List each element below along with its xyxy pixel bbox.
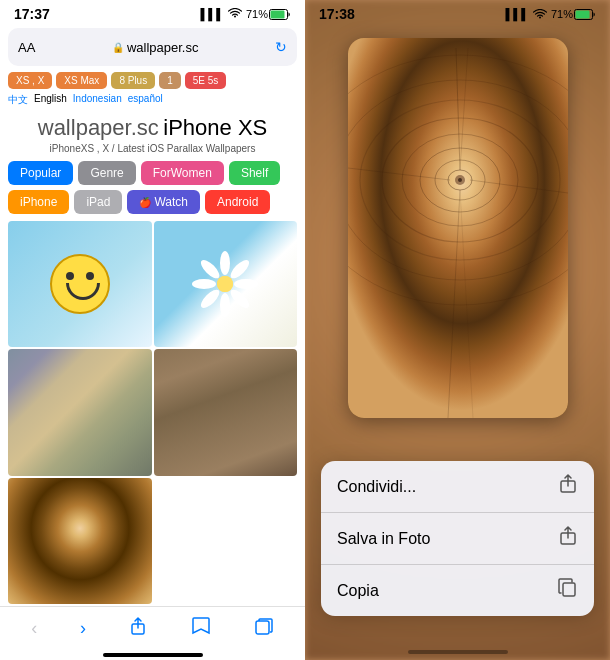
- apple-watch-icon: 🍎: [139, 197, 151, 208]
- status-bar-left: 17:37 ▌▌▌ 71%: [0, 0, 305, 28]
- battery-right-icon: 71%: [551, 8, 596, 20]
- back-button[interactable]: ‹: [31, 618, 37, 639]
- copy-action-item[interactable]: Copia: [321, 565, 594, 616]
- wifi-right-icon: [533, 9, 547, 20]
- wallpaper-wood[interactable]: [8, 478, 152, 604]
- home-indicator-right: [408, 650, 508, 654]
- wood-rings-svg: [348, 38, 568, 418]
- wallpaper-fabric[interactable]: [8, 349, 152, 475]
- battery-icon: 71%: [246, 8, 291, 20]
- genre-button[interactable]: Genre: [78, 161, 135, 185]
- svg-rect-1: [271, 10, 285, 18]
- svg-point-6: [228, 287, 252, 311]
- wallpaper-daisy[interactable]: [154, 221, 298, 347]
- svg-point-5: [234, 279, 258, 289]
- action-sheet: Condividi... Salva in Foto Copia: [321, 461, 594, 616]
- share-button[interactable]: [128, 616, 148, 641]
- svg-point-3: [220, 251, 230, 275]
- left-panel: 17:37 ▌▌▌ 71% AA: [0, 0, 305, 660]
- svg-rect-13: [256, 621, 269, 634]
- lang-row: 中文 English Indonesian español: [0, 91, 305, 109]
- tab-8-plus[interactable]: 8 Plus: [111, 72, 155, 89]
- time-left: 17:37: [14, 6, 50, 22]
- status-icons-right: ▌▌▌ 71%: [506, 8, 596, 20]
- lang-spanish[interactable]: español: [128, 93, 163, 107]
- lang-english[interactable]: English: [34, 93, 67, 107]
- signal-icon: ▌▌▌: [201, 8, 224, 20]
- share-action-label: Condividi...: [337, 478, 416, 496]
- wallpaper-smiley[interactable]: [8, 221, 152, 347]
- aa-button[interactable]: AA: [18, 40, 35, 55]
- daisy-svg: [190, 249, 260, 319]
- svg-point-10: [198, 257, 222, 281]
- wifi-icon: [228, 8, 242, 21]
- tab-xs-max[interactable]: XS Max: [56, 72, 107, 89]
- save-photo-action-item[interactable]: Salva in Foto: [321, 513, 594, 565]
- lang-chinese[interactable]: 中文: [8, 93, 28, 107]
- browser-nav: ‹ ›: [0, 606, 305, 650]
- site-header: wallpaper.sc iPhone XS iPhoneXS , X / La…: [0, 109, 305, 156]
- copy-action-label: Copia: [337, 582, 379, 600]
- svg-rect-35: [563, 583, 575, 596]
- tab-5e[interactable]: 5E 5s: [185, 72, 227, 89]
- device-tabs: XS , X XS Max 8 Plus 1 5E 5s: [0, 70, 305, 91]
- home-indicator-left: [103, 653, 203, 657]
- save-photo-action-label: Salva in Foto: [337, 530, 430, 548]
- tabs-button[interactable]: [254, 616, 274, 641]
- nav-buttons: Popular Genre ForWomen Shelf iPhone iPad…: [0, 156, 305, 219]
- wood-rings: [348, 38, 568, 418]
- copy-action-icon: [558, 578, 578, 603]
- site-subtitle: iPhoneXS , X / Latest iOS Parallax Wallp…: [0, 143, 305, 154]
- ipad-button[interactable]: iPad: [74, 190, 122, 214]
- share-action-icon: [558, 474, 578, 499]
- popular-button[interactable]: Popular: [8, 161, 73, 185]
- lock-icon: 🔒: [112, 42, 124, 53]
- signal-right-icon: ▌▌▌: [506, 8, 529, 20]
- svg-point-7: [220, 293, 230, 317]
- svg-point-9: [192, 279, 216, 289]
- share-action-item[interactable]: Condividi...: [321, 461, 594, 513]
- lang-indonesian[interactable]: Indonesian: [73, 93, 122, 107]
- shelf-button[interactable]: Shelf: [229, 161, 280, 185]
- site-model: iPhone XS: [163, 115, 267, 140]
- site-title: wallpaper.sc: [38, 115, 159, 140]
- wallpaper-grid: [0, 219, 305, 606]
- browser-bar[interactable]: AA 🔒 wallpaper.sc ↻: [8, 28, 297, 66]
- right-panel: 17:38 ▌▌▌ 71%: [305, 0, 610, 660]
- svg-point-8: [198, 287, 222, 311]
- svg-point-32: [458, 178, 462, 182]
- android-button[interactable]: Android: [205, 190, 270, 214]
- watch-button[interactable]: 🍎 Watch: [127, 190, 200, 214]
- wallpaper-bark[interactable]: [154, 349, 298, 475]
- forwomen-button[interactable]: ForWomen: [141, 161, 224, 185]
- svg-rect-15: [576, 10, 590, 18]
- svg-point-11: [217, 276, 233, 292]
- save-photo-action-icon: [558, 526, 578, 551]
- svg-point-4: [228, 257, 252, 281]
- forward-button[interactable]: ›: [80, 618, 86, 639]
- wood-wallpaper-preview[interactable]: [348, 38, 568, 418]
- time-right: 17:38: [319, 6, 355, 22]
- status-bar-right: 17:38 ▌▌▌ 71%: [305, 0, 610, 28]
- iphone-button[interactable]: iPhone: [8, 190, 69, 214]
- tab-xs-x[interactable]: XS , X: [8, 72, 52, 89]
- status-icons-left: ▌▌▌ 71%: [201, 8, 291, 21]
- smiley-figure: [50, 254, 110, 314]
- tab-number[interactable]: 1: [159, 72, 181, 89]
- reload-button[interactable]: ↻: [275, 39, 287, 55]
- bookmarks-button[interactable]: [191, 616, 211, 641]
- url-display: 🔒 wallpaper.sc: [112, 40, 199, 55]
